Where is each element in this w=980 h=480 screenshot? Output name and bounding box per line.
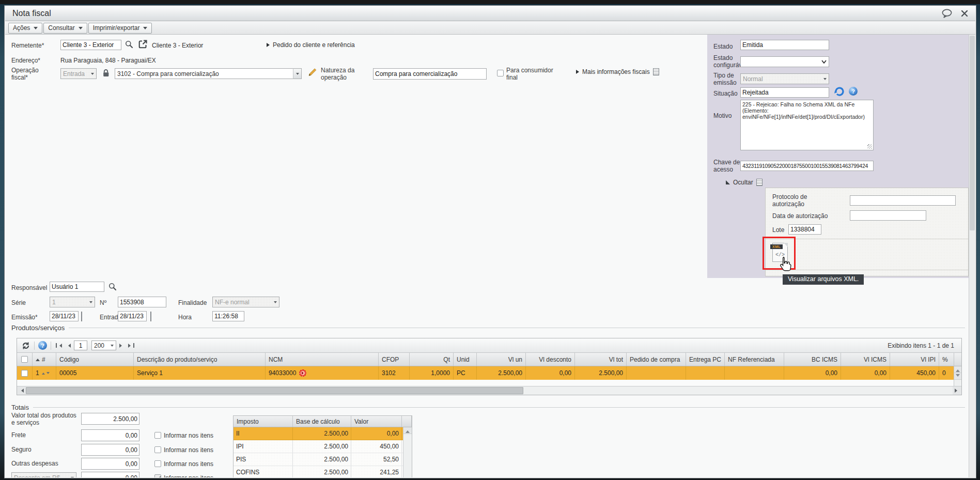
outras-despesas-input[interactable] [81,458,139,470]
seguro-input[interactable] [81,444,139,456]
item-cell-unid[interactable]: PC [454,366,477,380]
col-header-codigo[interactable]: Código [56,353,134,366]
calendar-icon[interactable] [150,312,151,321]
item-cell-vl-tot[interactable]: 2.500,00 [575,366,627,380]
emissao-input[interactable] [50,311,79,321]
scroll-left-button[interactable] [17,386,26,395]
lote-input[interactable] [788,224,821,235]
hora-input[interactable] [212,311,244,321]
scroll-up-button[interactable] [403,427,412,434]
chave-acesso-input[interactable] [740,161,874,171]
pedido-cliente-toggle[interactable]: Pedido do cliente e referência [267,41,355,49]
item-cell-vl-ipi[interactable]: 450,00 [890,366,939,380]
col-header-select[interactable] [17,353,33,366]
search-icon[interactable] [108,283,117,291]
imposto-scrollbar[interactable] [403,427,412,477]
col-header-unid[interactable]: Unid [454,353,477,366]
close-icon[interactable] [961,10,968,17]
situacao-input[interactable] [740,87,829,98]
window-scrollbar[interactable] [969,35,975,477]
item-cell-bc-icms[interactable]: 0,00 [784,366,841,380]
col-header-vl-ipi[interactable]: Vl IPI [890,353,939,366]
grid-vertical-scrollbar[interactable] [954,353,961,386]
item-row-checkbox[interactable] [21,370,28,377]
scrollbar-thumb[interactable] [970,36,975,230]
item-cell-ncm[interactable]: 94033000 [266,366,379,380]
frete-input[interactable] [81,429,139,441]
item-cell-vl-desconto[interactable]: 0,00 [526,366,575,380]
item-cell-cfop[interactable]: 3102 [379,366,410,380]
desconto-select[interactable]: Desconto em R$ [11,472,76,477]
entrada-input[interactable] [118,311,147,321]
page-number-input[interactable] [74,340,87,350]
col-header-pedido-de-compra[interactable]: Pedido de compra [627,353,686,366]
item-cell-descricao[interactable]: Serviço 1 [134,366,266,380]
red-seal-icon[interactable] [299,369,306,377]
col-header-descricao[interactable]: Descrição do produto/serviço [134,353,266,366]
natureza-input[interactable] [373,68,487,80]
open-record-icon[interactable] [138,39,148,49]
col-header-cfop[interactable]: CFOP [379,353,410,366]
first-page-button[interactable] [55,342,63,349]
protocolo-input[interactable] [850,195,956,206]
scroll-up-button[interactable] [954,366,961,373]
numero-input[interactable] [118,297,166,307]
frete-informar-checkbox[interactable] [154,432,161,439]
valor-total-input[interactable] [81,413,139,425]
calendar-icon[interactable] [81,312,82,321]
imposto-col-header[interactable]: Base de cálculo [293,416,351,427]
imposto-row-ii[interactable]: II2.500,000,00 [234,427,412,440]
item-cell-entrega-pc[interactable] [686,366,725,380]
item-cell-codigo[interactable]: 00005 [56,366,134,380]
col-header-vl-un[interactable]: Vl un [477,353,526,366]
scroll-down-button[interactable] [954,373,961,380]
tipo-operacao-select[interactable]: Entrada [60,68,97,79]
col-header-vl-icms[interactable]: Vl ICMS [841,353,890,366]
tipo-emissao-select[interactable]: Normal [740,73,829,84]
comments-icon[interactable] [941,9,953,18]
pencil-icon[interactable] [308,68,317,76]
consumidor-final-checkbox[interactable] [497,70,504,76]
grid-horizontal-scrollbar[interactable] [17,386,961,395]
desconto-input[interactable] [81,472,139,477]
imposto-row-cofins[interactable]: COFINS2.500,00241,25 [234,466,412,477]
imposto-row-ipi[interactable]: IPI2.500,00450,00 [234,440,412,453]
cfop-value-box[interactable]: 3102 - Compra para comercialização [115,68,293,79]
col-header-ncm[interactable]: NCM [266,353,379,366]
menu-consultar[interactable]: Consultar [43,23,87,34]
item-cell-nf-referenciada[interactable] [725,366,784,380]
col-header-index[interactable]: # [33,353,56,366]
motivo-textarea[interactable]: 225 - Rejeicao: Falha no Schema XML da N… [740,100,874,150]
help-icon[interactable] [849,87,858,96]
col-header-qt[interactable]: Qt [410,353,454,366]
scrollbar-thumb[interactable] [26,387,523,394]
finalidade-select[interactable]: NF-e normal [212,297,279,307]
mais-info-toggle[interactable]: Mais informações fiscais [576,68,659,75]
items-select-all-checkbox[interactable] [21,356,28,363]
resize-handle-icon[interactable] [867,144,872,149]
col-header-vl-tot[interactable]: Vl tot [575,353,627,366]
cfop-combo[interactable]: 3102 - Compra para comercialização [115,68,302,79]
estado-configuravel-select[interactable] [740,56,829,67]
grid-refresh-icon[interactable] [21,341,30,350]
item-cell-vl-icms[interactable]: 0,00 [841,366,890,380]
menu-imprimir-exportar[interactable]: Imprimir/exportar [88,23,152,34]
outras-informar-checkbox[interactable] [154,460,161,467]
col-header-entrega-pc[interactable]: Entrega PC [686,353,725,366]
last-page-button[interactable] [127,342,135,349]
serie-select[interactable]: 1 [50,297,95,307]
item-cell-pedido-de-compra[interactable] [627,366,686,380]
item-cell-select[interactable] [17,366,33,380]
data-autorizacao-input[interactable] [850,210,926,221]
page-size-select[interactable]: 200 [91,340,116,350]
desconto-informar-checkbox[interactable] [154,474,161,477]
imposto-col-header[interactable]: Valor [351,416,402,427]
col-header-vl-desconto[interactable]: Vl desconto [526,353,575,366]
col-header-nf-referenciada[interactable]: NF Referenciada [725,353,784,366]
search-icon[interactable] [125,40,133,49]
ocultar-toggle[interactable]: Ocultar [726,179,763,186]
next-page-button[interactable] [118,343,125,349]
move-up-icon[interactable] [42,371,45,375]
remetente-input[interactable] [60,40,121,50]
items-data-row[interactable]: 100005Serviço 19403300031021,0000PC2.500… [17,366,954,380]
